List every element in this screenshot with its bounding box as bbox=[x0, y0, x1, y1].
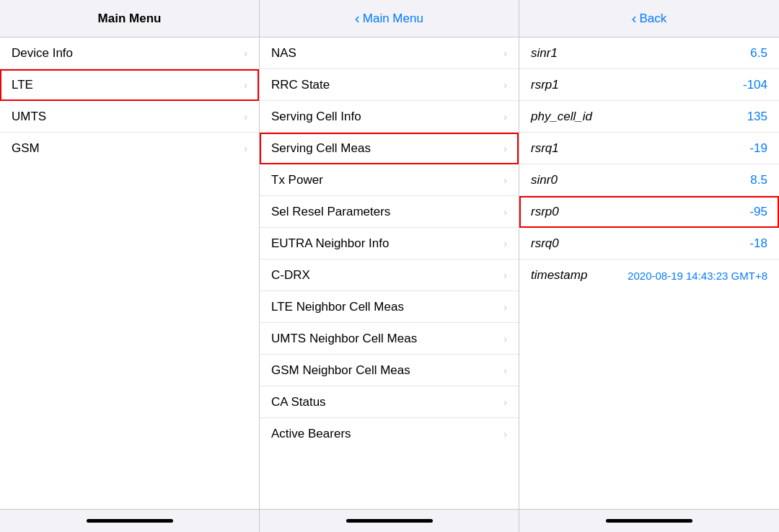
col3-key-rsrq0: rsrq0 bbox=[531, 236, 559, 251]
col2-item-label-ca-status: CA Status bbox=[271, 395, 326, 409]
col2-chevron-serving-cell-info: › bbox=[503, 111, 507, 123]
bottom-indicator-1 bbox=[0, 510, 260, 532]
col2-item-ca-status[interactable]: CA Status › bbox=[260, 386, 519, 418]
col1-item-label-umts: UMTS bbox=[12, 110, 46, 124]
col2-item-umts-neighbor-cell-meas[interactable]: UMTS Neighbor Cell Meas › bbox=[260, 323, 519, 355]
col2-chevron-active-bearers: › bbox=[503, 428, 507, 440]
col3-value-rsrq1: -19 bbox=[749, 141, 767, 156]
col3-item-rsrp0: rsrp0 -95 bbox=[519, 196, 779, 228]
column-2: NAS › RRC State › Serving Cell Info › Se… bbox=[260, 37, 519, 509]
col2-item-sel-resel-parameters[interactable]: Sel Resel Parameters › bbox=[260, 196, 519, 228]
bottom-bar bbox=[0, 509, 779, 532]
col1-chevron-gsm: › bbox=[244, 143, 247, 154]
col2-item-label-active-bearers: Active Bearers bbox=[271, 427, 351, 441]
col3-value-rsrp1: -104 bbox=[743, 78, 767, 92]
home-indicator-2 bbox=[346, 519, 433, 523]
col1-chevron-device-info: › bbox=[244, 48, 247, 59]
col1-item-label-gsm: GSM bbox=[12, 141, 40, 156]
col2-chevron-eutra-neighbor-info: › bbox=[503, 238, 507, 249]
col2-item-label-eutra-neighbor-info: EUTRA Neighbor Info bbox=[271, 236, 389, 251]
col2-item-c-drx[interactable]: C-DRX › bbox=[260, 260, 519, 291]
col2-item-label-gsm-neighbor-cell-meas: GSM Neighbor Cell Meas bbox=[271, 363, 410, 378]
col2-item-serving-cell-info[interactable]: Serving Cell Info › bbox=[260, 101, 519, 133]
col2-item-gsm-neighbor-cell-meas[interactable]: GSM Neighbor Cell Meas › bbox=[260, 355, 519, 386]
col3-item-timestamp: timestamp 2020-08-19 14:43:23 GMT+8 bbox=[519, 260, 779, 291]
col2-back-button[interactable]: ‹ Main Menu bbox=[355, 10, 423, 27]
col2-item-label-tx-power: Tx Power bbox=[271, 173, 323, 187]
col1-item-lte[interactable]: LTE › bbox=[0, 69, 259, 101]
col3-value-sinr0: 8.5 bbox=[750, 173, 767, 187]
chevron-left-icon: ‹ bbox=[355, 10, 360, 27]
col3-back-button[interactable]: ‹ Back bbox=[632, 10, 666, 27]
col3-key-rsrp1: rsrp1 bbox=[531, 78, 559, 92]
col2-item-nas[interactable]: NAS › bbox=[260, 37, 519, 69]
col3-item-sinr1: sinr1 6.5 bbox=[519, 37, 779, 69]
col2-chevron-nas: › bbox=[503, 48, 507, 59]
col3-item-rsrp1: rsrp1 -104 bbox=[519, 69, 779, 101]
col3-item-rsrq0: rsrq0 -18 bbox=[519, 228, 779, 260]
col3-item-rsrq1: rsrq1 -19 bbox=[519, 133, 779, 164]
content: Device Info › LTE › UMTS › GSM › NAS › R… bbox=[0, 37, 779, 509]
col2-item-rrc-state[interactable]: RRC State › bbox=[260, 69, 519, 101]
col2-item-label-serving-cell-info: Serving Cell Info bbox=[271, 110, 361, 124]
col1-item-device-info[interactable]: Device Info › bbox=[0, 37, 259, 69]
col3-back-label: Back bbox=[639, 12, 666, 26]
col3-key-sinr0: sinr0 bbox=[531, 173, 558, 187]
col3-key-rsrp0: rsrp0 bbox=[531, 205, 559, 219]
col1-header: Main Menu bbox=[0, 0, 260, 37]
col3-value-timestamp: 2020-08-19 14:43:23 GMT+8 bbox=[628, 270, 767, 282]
col2-item-label-umts-neighbor-cell-meas: UMTS Neighbor Cell Meas bbox=[271, 332, 417, 346]
col3-item-sinr0: sinr0 8.5 bbox=[519, 164, 779, 196]
home-indicator-1 bbox=[87, 519, 173, 523]
col2-chevron-c-drx: › bbox=[503, 270, 507, 281]
col2-chevron-serving-cell-meas: › bbox=[503, 143, 507, 154]
col1-chevron-umts: › bbox=[244, 111, 247, 123]
col1-item-gsm[interactable]: GSM › bbox=[0, 133, 259, 164]
home-indicator-3 bbox=[606, 519, 692, 523]
col2-chevron-umts-neighbor-cell-meas: › bbox=[503, 333, 507, 345]
col3-key-rsrq1: rsrq1 bbox=[531, 141, 559, 156]
header: Main Menu ‹ Main Menu ‹ Back bbox=[0, 0, 779, 37]
col2-item-lte-neighbor-cell-meas[interactable]: LTE Neighbor Cell Meas › bbox=[260, 291, 519, 323]
col2-chevron-ca-status: › bbox=[503, 396, 507, 408]
col2-item-label-nas: NAS bbox=[271, 46, 296, 61]
col2-chevron-rrc-state: › bbox=[503, 79, 507, 91]
col3-key-timestamp: timestamp bbox=[531, 268, 587, 283]
col3-header[interactable]: ‹ Back bbox=[519, 0, 779, 37]
col1-item-label-lte: LTE bbox=[12, 78, 33, 92]
col2-item-serving-cell-meas[interactable]: Serving Cell Meas › bbox=[260, 133, 519, 164]
col2-item-tx-power[interactable]: Tx Power › bbox=[260, 164, 519, 196]
col2-item-label-c-drx: C-DRX bbox=[271, 268, 310, 283]
col2-header[interactable]: ‹ Main Menu bbox=[260, 0, 519, 37]
main-menu-title: Main Menu bbox=[98, 12, 162, 26]
col2-item-label-sel-resel-parameters: Sel Resel Parameters bbox=[271, 205, 390, 219]
col2-chevron-tx-power: › bbox=[503, 174, 507, 186]
col3-value-sinr1: 6.5 bbox=[750, 46, 767, 61]
col3-key-sinr1: sinr1 bbox=[531, 46, 558, 61]
col1-item-umts[interactable]: UMTS › bbox=[0, 101, 259, 133]
col2-chevron-sel-resel-parameters: › bbox=[503, 206, 507, 218]
col3-value-rsrp0: -95 bbox=[749, 205, 767, 219]
col2-chevron-lte-neighbor-cell-meas: › bbox=[503, 301, 507, 313]
col2-item-label-rrc-state: RRC State bbox=[271, 78, 330, 92]
col3-value-phy-cell-id: 135 bbox=[747, 110, 767, 124]
chevron-left-icon-2: ‹ bbox=[632, 10, 637, 27]
col2-item-label-serving-cell-meas: Serving Cell Meas bbox=[271, 141, 371, 156]
bottom-indicator-2 bbox=[260, 510, 519, 532]
col2-back-label: Main Menu bbox=[363, 12, 423, 26]
col3-item-phy-cell-id: phy_cell_id 135 bbox=[519, 101, 779, 133]
column-3: sinr1 6.5 rsrp1 -104 phy_cell_id 135 rsr… bbox=[519, 37, 779, 509]
col1-chevron-lte: › bbox=[244, 79, 247, 91]
column-1: Device Info › LTE › UMTS › GSM › bbox=[0, 37, 260, 509]
col2-item-eutra-neighbor-info[interactable]: EUTRA Neighbor Info › bbox=[260, 228, 519, 260]
col2-chevron-gsm-neighbor-cell-meas: › bbox=[503, 365, 507, 376]
col2-item-active-bearers[interactable]: Active Bearers › bbox=[260, 418, 519, 450]
col1-item-label-device-info: Device Info bbox=[12, 46, 73, 61]
col2-item-label-lte-neighbor-cell-meas: LTE Neighbor Cell Meas bbox=[271, 300, 404, 314]
bottom-indicator-3 bbox=[519, 510, 779, 532]
col3-key-phy-cell-id: phy_cell_id bbox=[531, 110, 592, 124]
col3-value-rsrq0: -18 bbox=[749, 236, 767, 251]
